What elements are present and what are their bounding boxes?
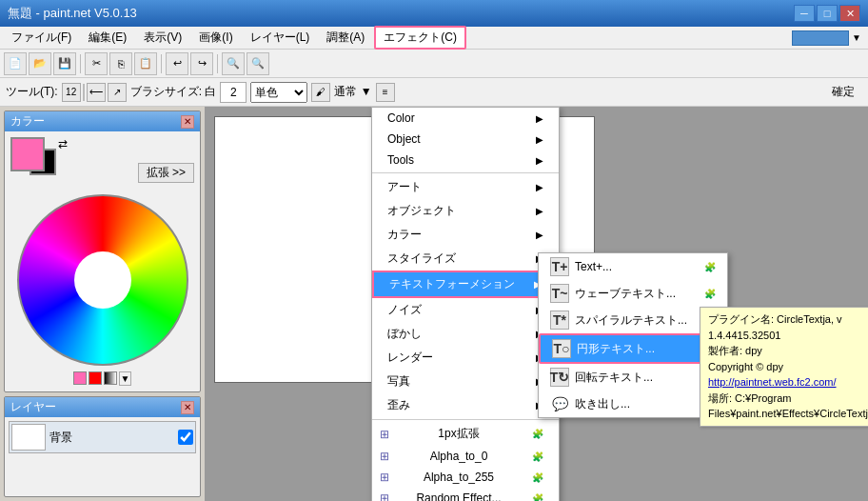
dropdown-arrow-icon[interactable]: ▼ xyxy=(849,30,864,46)
layer-thumbnail xyxy=(11,424,46,451)
blend-icon[interactable]: 🖌 xyxy=(311,83,330,102)
menu-item-color[interactable]: Color ▶ xyxy=(372,108,559,129)
menu-item-distort[interactable]: 歪み ▶ xyxy=(372,393,559,417)
menu-item-label: ノイズ xyxy=(387,302,422,318)
tool-selector[interactable]: 12 xyxy=(62,83,81,102)
menu-item-label: アート xyxy=(387,179,422,195)
menu-file[interactable]: ファイル(F) xyxy=(4,28,79,48)
menu-bar: ファイル(F) 編集(E) 表示(V) 画像(I) レイヤー(L) 調整(A) … xyxy=(0,27,868,50)
tool-options-bar: ツール(T): 12 ⟵ ↗ ブラシサイズ: 白 単色 通常 🖌 通常 ▼ ≡ … xyxy=(0,78,868,107)
minimize-button[interactable]: ─ xyxy=(794,5,815,22)
menu-item-art[interactable]: アート ▶ xyxy=(372,175,559,199)
color-wheel[interactable] xyxy=(17,194,188,366)
menu-image[interactable]: 画像(I) xyxy=(191,28,240,48)
color-panel: カラー ✕ ⇄ 拡張 >> xyxy=(4,110,201,392)
layers-panel-close[interactable]: ✕ xyxy=(181,401,194,414)
window-controls: ─ □ ✕ xyxy=(794,5,860,22)
copy-button[interactable]: ⎘ xyxy=(109,52,132,75)
color-panel-title: カラー xyxy=(10,113,45,130)
redo-button[interactable]: ↪ xyxy=(190,52,213,75)
effects-dropdown-menu: Color ▶ Object ▶ Tools ▶ アート ▶ オブジェクト ▶ … xyxy=(371,107,560,501)
color-expand-button[interactable]: 拡張 >> xyxy=(138,163,194,183)
foreground-color-swatch[interactable] xyxy=(10,137,45,171)
menu-item-photo[interactable]: 写真 ▶ xyxy=(372,370,559,393)
swatch-gradient[interactable] xyxy=(104,371,117,385)
menu-item-color-jp[interactable]: カラー ▶ xyxy=(372,223,559,247)
menu-item-alpha255[interactable]: ⊞ Alpha_to_255 🧩 xyxy=(372,467,559,488)
canvas-area[interactable]: Color ▶ Object ▶ Tools ▶ アート ▶ オブジェクト ▶ … xyxy=(205,107,868,501)
color-cursor xyxy=(110,292,118,300)
submenu-arrow-icon: ▶ xyxy=(536,155,543,166)
sep xyxy=(83,84,85,101)
brush-size-input[interactable] xyxy=(220,82,247,103)
color-panel-close[interactable]: ✕ xyxy=(181,115,194,129)
layer-visibility-checkbox[interactable] xyxy=(178,430,193,445)
menu-item-render[interactable]: レンダー ▶ xyxy=(372,346,559,370)
menu-item-noise[interactable]: ノイズ ▶ xyxy=(372,298,559,322)
undo-button[interactable]: ↩ xyxy=(166,52,188,75)
list-item[interactable]: 背景 xyxy=(9,421,196,453)
color-panel-content: ⇄ 拡張 >> ▼ xyxy=(5,131,200,391)
more-options-btn[interactable]: ≡ xyxy=(376,83,395,102)
layer-name: 背景 xyxy=(49,430,174,446)
menu-item-label: Color xyxy=(387,111,415,125)
submenu-arrow-icon: ▶ xyxy=(536,182,543,192)
layers-panel: レイヤー ✕ 背景 xyxy=(4,396,201,497)
rotatetext-icon: T↻ xyxy=(550,368,569,387)
submenu-item-textplus[interactable]: T+ Text+... 🧩 xyxy=(539,253,727,280)
menu-item-object-jp[interactable]: オブジェクト ▶ xyxy=(372,199,559,223)
new-button[interactable]: 📄 xyxy=(4,52,27,75)
swatch-red[interactable] xyxy=(89,371,102,385)
main-toolbar: 📄 📂 💾 ✂ ⎘ 📋 ↩ ↪ 🔍 🔍 xyxy=(0,50,868,78)
submenu-arrow-icon: ▶ xyxy=(536,206,543,216)
swatch-menu[interactable]: ▼ xyxy=(119,371,132,386)
tool-btn-select[interactable]: ↗ xyxy=(108,83,127,102)
open-button[interactable]: 📂 xyxy=(29,52,51,75)
submenu-item-label: 円形テキスト... xyxy=(577,341,697,357)
zoom-in-button[interactable]: 🔍 xyxy=(222,52,245,75)
zoom-out-button[interactable]: 🔍 xyxy=(247,52,269,75)
menu-item-label: Alpha_to_255 xyxy=(424,471,494,484)
circletext-icon: T○ xyxy=(552,339,571,358)
swap-icon[interactable]: ⇄ xyxy=(58,137,68,150)
menu-separator xyxy=(372,172,559,173)
menu-separator-2 xyxy=(372,419,559,420)
menu-item-blur[interactable]: ぼかし ▶ xyxy=(372,322,559,346)
menu-edit[interactable]: 編集(E) xyxy=(81,28,134,48)
tool-label: ツール(T): xyxy=(6,84,58,100)
swatch-pink[interactable] xyxy=(73,371,87,385)
submenu-arrow-icon: ▶ xyxy=(536,230,543,240)
submenu-item-wavetext[interactable]: T~ ウェーブテキスト... 🧩 xyxy=(539,280,727,307)
tooltip-location: 場所: C:¥Program Files¥paint.net¥Effects¥C… xyxy=(708,391,868,422)
tooltip-url: http://paintnet.web.fc2.com/ xyxy=(708,374,868,391)
close-button[interactable]: ✕ xyxy=(839,5,860,22)
tool-btn-lasso[interactable]: ⟵ xyxy=(87,83,106,102)
blend-mode-dropdown[interactable]: 単色 通常 xyxy=(250,82,307,103)
paste-button[interactable]: 📋 xyxy=(134,52,157,75)
canvas-size-indicator xyxy=(792,30,849,46)
maximize-button[interactable]: □ xyxy=(817,5,838,22)
menu-item-random[interactable]: ⊞ Random Effect... 🧩 xyxy=(372,488,559,501)
tooltip-copyright: Copyright © dpy xyxy=(708,359,868,375)
menu-item-textformation[interactable]: テキストフォーメション ▶ xyxy=(372,271,559,298)
menu-item-label: レンダー xyxy=(387,350,433,366)
submenu-item-label: ウェーブテキスト... xyxy=(575,286,699,302)
swatch-container: ⇄ xyxy=(10,137,68,183)
menu-effects[interactable]: エフェクト(C) xyxy=(374,26,466,50)
save-button[interactable]: 💾 xyxy=(53,52,76,75)
menu-view[interactable]: 表示(V) xyxy=(136,28,189,48)
layers-panel-title: レイヤー xyxy=(10,399,56,415)
puzzle-icon: 🧩 xyxy=(532,451,543,462)
plugin-tooltip: プラグイン名: CircleTextja, v 1.4.4415.32501 製… xyxy=(700,307,868,427)
submenu-arrow-icon: ▶ xyxy=(536,113,543,124)
menu-item-label: Random Effect... xyxy=(416,491,501,501)
menu-item-stylize[interactable]: スタイライズ ▶ xyxy=(372,247,559,271)
menu-item-alpha0[interactable]: ⊞ Alpha_to_0 🧩 xyxy=(372,446,559,467)
menu-item-object[interactable]: Object ▶ xyxy=(372,129,559,150)
menu-item-tools[interactable]: Tools ▶ xyxy=(372,150,559,170)
menu-item-1px[interactable]: ⊞ 1px拡張 🧩 xyxy=(372,422,559,446)
menu-item-label: Object xyxy=(387,132,421,146)
cut-button[interactable]: ✂ xyxy=(85,52,108,75)
menu-layer[interactable]: レイヤー(L) xyxy=(243,28,318,48)
menu-adjust[interactable]: 調整(A) xyxy=(319,28,372,48)
